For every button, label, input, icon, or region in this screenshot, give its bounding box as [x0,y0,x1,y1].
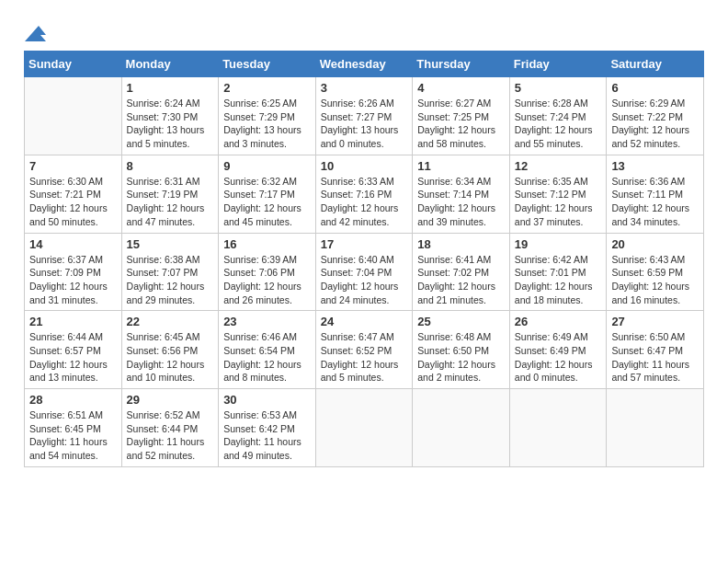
calendar-cell [509,389,607,467]
day-info: Sunrise: 6:36 AMSunset: 7:11 PMDaylight:… [611,175,699,229]
calendar-table: SundayMondayTuesdayWednesdayThursdayFrid… [24,51,704,467]
day-info: Sunrise: 6:53 AMSunset: 6:42 PMDaylight:… [223,408,311,463]
day-info: Sunrise: 6:40 AMSunset: 7:04 PMDaylight:… [321,253,408,307]
day-number: 12 [515,159,602,173]
calendar-cell: 29Sunrise: 6:52 AMSunset: 6:44 PMDayligh… [121,389,219,467]
calendar-week-4: 21Sunrise: 6:44 AMSunset: 6:57 PMDayligh… [25,311,704,389]
day-number: 17 [321,237,408,251]
calendar-cell [25,77,122,155]
calendar-cell: 28Sunrise: 6:51 AMSunset: 6:45 PMDayligh… [25,389,122,467]
logo [18,18,48,46]
day-number: 8 [127,159,214,173]
day-info: Sunrise: 6:35 AMSunset: 7:12 PMDaylight:… [515,175,602,229]
day-info: Sunrise: 6:38 AMSunset: 7:07 PMDaylight:… [127,253,214,307]
calendar-cell: 10Sunrise: 6:33 AMSunset: 7:16 PMDayligh… [315,155,413,233]
calendar-cell: 4Sunrise: 6:27 AMSunset: 7:25 PMDaylight… [413,77,510,155]
calendar-cell: 24Sunrise: 6:47 AMSunset: 6:52 PMDayligh… [315,311,413,389]
day-info: Sunrise: 6:27 AMSunset: 7:25 PMDaylight:… [417,97,505,151]
day-number: 16 [223,237,311,251]
calendar-cell: 23Sunrise: 6:46 AMSunset: 6:54 PMDayligh… [219,311,316,389]
day-info: Sunrise: 6:41 AMSunset: 7:02 PMDaylight:… [417,253,505,307]
calendar-cell: 14Sunrise: 6:37 AMSunset: 7:09 PMDayligh… [25,233,122,311]
calendar-week-5: 28Sunrise: 6:51 AMSunset: 6:45 PMDayligh… [25,389,704,467]
calendar-cell [315,389,413,467]
day-info: Sunrise: 6:44 AMSunset: 6:57 PMDaylight:… [29,330,117,385]
day-number: 1 [127,81,214,95]
calendar-cell: 21Sunrise: 6:44 AMSunset: 6:57 PMDayligh… [25,311,122,389]
day-number: 30 [223,393,311,407]
day-info: Sunrise: 6:49 AMSunset: 6:49 PMDaylight:… [515,330,602,385]
calendar-cell: 12Sunrise: 6:35 AMSunset: 7:12 PMDayligh… [509,155,607,233]
calendar-week-2: 7Sunrise: 6:30 AMSunset: 7:21 PMDaylight… [25,155,704,233]
calendar-week-3: 14Sunrise: 6:37 AMSunset: 7:09 PMDayligh… [25,233,704,311]
day-info: Sunrise: 6:33 AMSunset: 7:16 PMDaylight:… [321,175,408,229]
day-number: 28 [29,393,117,407]
day-number: 14 [29,237,117,251]
calendar-cell: 25Sunrise: 6:48 AMSunset: 6:50 PMDayligh… [413,311,510,389]
day-info: Sunrise: 6:47 AMSunset: 6:52 PMDaylight:… [321,330,408,385]
weekday-header-thursday: Thursday [413,52,510,77]
day-number: 23 [223,315,311,328]
day-number: 25 [417,315,505,328]
day-info: Sunrise: 6:42 AMSunset: 7:01 PMDaylight:… [515,253,602,307]
calendar-cell: 1Sunrise: 6:24 AMSunset: 7:30 PMDaylight… [121,77,219,155]
day-info: Sunrise: 6:31 AMSunset: 7:19 PMDaylight:… [127,175,214,229]
calendar-cell: 9Sunrise: 6:32 AMSunset: 7:17 PMDaylight… [219,155,316,233]
day-info: Sunrise: 6:52 AMSunset: 6:44 PMDaylight:… [127,408,214,463]
calendar-cell: 16Sunrise: 6:39 AMSunset: 7:06 PMDayligh… [219,233,316,311]
day-number: 24 [321,315,408,328]
calendar-cell: 17Sunrise: 6:40 AMSunset: 7:04 PMDayligh… [315,233,413,311]
day-number: 4 [417,81,505,95]
day-number: 15 [127,237,214,251]
day-info: Sunrise: 6:25 AMSunset: 7:29 PMDaylight:… [223,97,311,151]
calendar-cell: 15Sunrise: 6:38 AMSunset: 7:07 PMDayligh… [121,233,219,311]
day-number: 6 [611,81,699,95]
day-info: Sunrise: 6:46 AMSunset: 6:54 PMDaylight:… [223,330,311,385]
calendar-cell: 6Sunrise: 6:29 AMSunset: 7:22 PMDaylight… [607,77,704,155]
day-number: 18 [417,237,505,251]
calendar-cell: 3Sunrise: 6:26 AMSunset: 7:27 PMDaylight… [315,77,413,155]
calendar-cell: 20Sunrise: 6:43 AMSunset: 6:59 PMDayligh… [607,233,704,311]
day-number: 27 [611,315,699,328]
day-number: 21 [29,315,117,328]
weekday-header-monday: Monday [121,52,219,77]
day-info: Sunrise: 6:50 AMSunset: 6:47 PMDaylight:… [611,330,699,385]
day-number: 10 [321,159,408,173]
day-number: 7 [29,159,117,173]
day-info: Sunrise: 6:45 AMSunset: 6:56 PMDaylight:… [127,330,214,385]
day-number: 11 [417,159,505,173]
weekday-header-wednesday: Wednesday [315,52,413,77]
day-info: Sunrise: 6:24 AMSunset: 7:30 PMDaylight:… [127,97,214,151]
weekday-header-sunday: Sunday [25,52,122,77]
day-info: Sunrise: 6:48 AMSunset: 6:50 PMDaylight:… [417,330,505,385]
day-info: Sunrise: 6:32 AMSunset: 7:17 PMDaylight:… [223,175,311,229]
calendar-cell: 18Sunrise: 6:41 AMSunset: 7:02 PMDayligh… [413,233,510,311]
day-number: 9 [223,159,311,173]
calendar-cell: 26Sunrise: 6:49 AMSunset: 6:49 PMDayligh… [509,311,607,389]
day-number: 29 [127,393,214,407]
day-info: Sunrise: 6:34 AMSunset: 7:14 PMDaylight:… [417,175,505,229]
calendar-cell: 30Sunrise: 6:53 AMSunset: 6:42 PMDayligh… [219,389,316,467]
day-number: 20 [611,237,699,251]
day-info: Sunrise: 6:29 AMSunset: 7:22 PMDaylight:… [611,97,699,151]
calendar-cell: 13Sunrise: 6:36 AMSunset: 7:11 PMDayligh… [607,155,704,233]
weekday-header-row: SundayMondayTuesdayWednesdayThursdayFrid… [25,52,704,77]
day-info: Sunrise: 6:39 AMSunset: 7:06 PMDaylight:… [223,253,311,307]
calendar-cell: 11Sunrise: 6:34 AMSunset: 7:14 PMDayligh… [413,155,510,233]
calendar-cell: 2Sunrise: 6:25 AMSunset: 7:29 PMDaylight… [219,77,316,155]
calendar-cell [607,389,704,467]
weekday-header-friday: Friday [509,52,607,77]
day-number: 3 [321,81,408,95]
day-info: Sunrise: 6:43 AMSunset: 6:59 PMDaylight:… [611,253,699,307]
calendar-cell: 22Sunrise: 6:45 AMSunset: 6:56 PMDayligh… [121,311,219,389]
day-number: 22 [127,315,214,328]
day-number: 13 [611,159,699,173]
calendar-cell: 19Sunrise: 6:42 AMSunset: 7:01 PMDayligh… [509,233,607,311]
day-info: Sunrise: 6:51 AMSunset: 6:45 PMDaylight:… [29,408,117,463]
weekday-header-saturday: Saturday [607,52,704,77]
day-info: Sunrise: 6:37 AMSunset: 7:09 PMDaylight:… [29,253,117,307]
calendar-cell [413,389,510,467]
day-number: 2 [223,81,311,95]
day-info: Sunrise: 6:28 AMSunset: 7:24 PMDaylight:… [515,97,602,151]
calendar-cell: 27Sunrise: 6:50 AMSunset: 6:47 PMDayligh… [607,311,704,389]
